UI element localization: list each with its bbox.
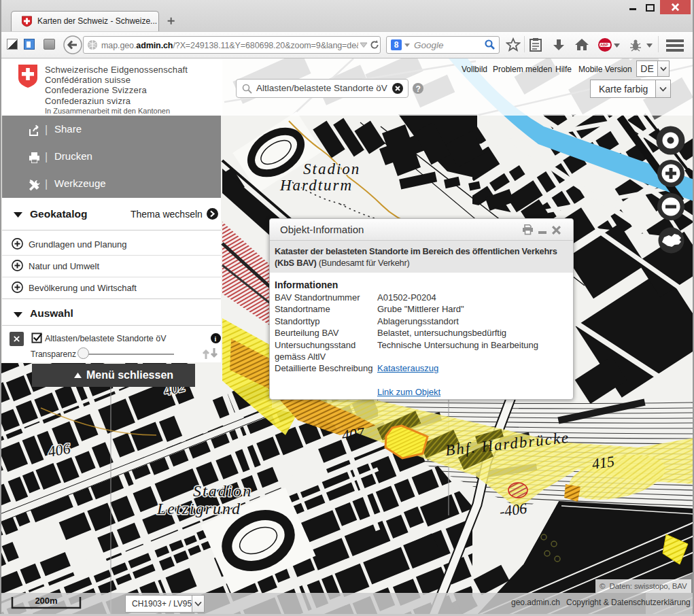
svg-text:i: i [215, 335, 217, 343]
svg-text:ABP: ABP [600, 43, 608, 47]
svg-text:?: ? [416, 84, 421, 94]
svg-text:Stadion: Stadion [303, 160, 360, 177]
svg-text:Stadion: Stadion [193, 482, 252, 500]
svg-text:415: 415 [591, 453, 615, 473]
svg-text:Letzigrund: Letzigrund [156, 500, 241, 517]
svg-text:Hardturm: Hardturm [279, 177, 353, 194]
svg-text:407: 407 [341, 424, 366, 443]
